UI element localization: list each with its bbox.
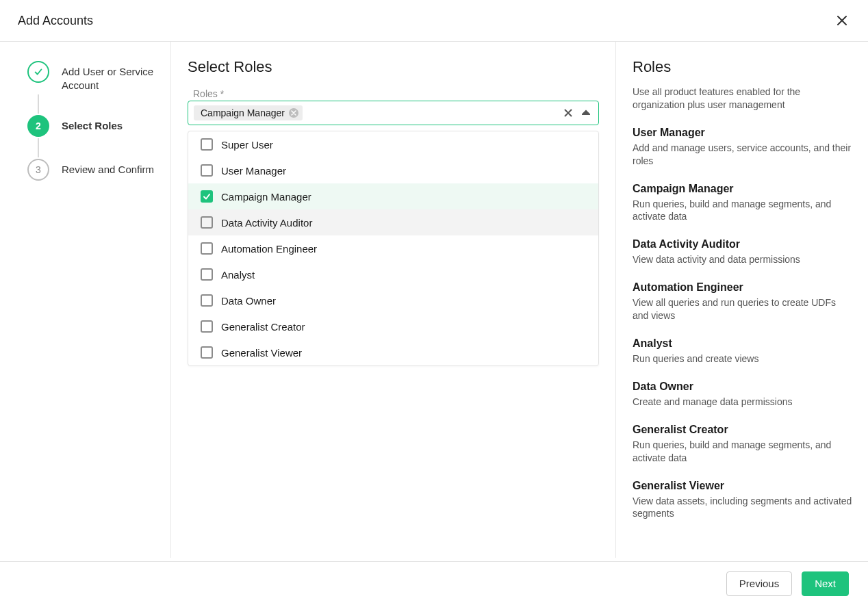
role-option-super-user[interactable]: Super User	[188, 131, 598, 157]
wizard-stepper: Add User or Service Account 2 Select Rol…	[0, 42, 171, 558]
role-option-user-manager[interactable]: User Manager	[188, 157, 598, 183]
svg-marker-0	[583, 111, 589, 114]
step-review: 3 Review and Confirm	[27, 159, 159, 181]
role-option-data-activity-auditor[interactable]: Data Activity Auditor	[188, 209, 598, 235]
role-info-data-owner: Data Owner Create and manage data permis…	[633, 381, 853, 409]
step-select-roles: 2 Select Roles	[27, 115, 159, 137]
role-option-analyst[interactable]: Analyst	[188, 261, 598, 287]
chip-label: Campaign Manager	[201, 107, 285, 118]
role-desc: Run queries, build and manage segments, …	[633, 198, 853, 224]
option-label: Automation Engineer	[221, 243, 317, 255]
info-title: Roles	[633, 58, 853, 76]
role-desc: View data activity and data permissions	[633, 253, 853, 266]
dialog-footer: Previous Next	[0, 561, 868, 605]
checkbox[interactable]	[201, 346, 213, 359]
role-name: Campaign Manager	[633, 183, 853, 195]
role-desc: View data assets, including segments and…	[633, 495, 853, 521]
check-icon	[34, 67, 43, 77]
role-option-data-owner[interactable]: Data Owner	[188, 287, 598, 313]
role-name: Generalist Creator	[633, 424, 853, 436]
role-info-analyst: Analyst Run queries and create views	[633, 337, 853, 365]
role-name: Automation Engineer	[633, 281, 853, 294]
role-name: Data Activity Auditor	[633, 238, 853, 250]
next-button[interactable]: Next	[802, 571, 849, 596]
step-connector	[38, 138, 39, 157]
step-add-user: Add User or Service Account	[27, 61, 159, 93]
role-info-super-user: Super User Use all product features enab…	[633, 88, 853, 112]
option-label: Campaign Manager	[221, 191, 311, 203]
option-label: Analyst	[221, 269, 255, 281]
role-name: Generalist Viewer	[633, 480, 853, 492]
close-button[interactable]	[834, 12, 850, 29]
roles-info-scroll[interactable]: Super User Use all product features enab…	[633, 88, 853, 558]
role-desc: Run queries, build and manage segments, …	[633, 439, 853, 465]
dialog-header: Add Accounts	[0, 0, 868, 42]
role-name: Data Owner	[633, 381, 853, 393]
role-option-campaign-manager[interactable]: Campaign Manager	[188, 183, 598, 209]
role-option-automation-engineer[interactable]: Automation Engineer	[188, 235, 598, 261]
role-info-data-activity-auditor: Data Activity Auditor View data activity…	[633, 238, 853, 266]
close-icon	[837, 16, 847, 25]
role-info-generalist-viewer: Generalist Viewer View data assets, incl…	[633, 480, 853, 521]
chip-remove-button[interactable]	[289, 108, 298, 118]
roles-multiselect[interactable]: Campaign Manager	[188, 101, 599, 125]
section-title: Select Roles	[188, 58, 599, 76]
role-info-automation-engineer: Automation Engineer View all queries and…	[633, 281, 853, 322]
role-info-generalist-creator: Generalist Creator Run queries, build an…	[633, 424, 853, 465]
role-desc: View all queries and run queries to crea…	[633, 296, 853, 322]
checkbox[interactable]	[201, 216, 213, 229]
checkbox[interactable]	[201, 138, 213, 151]
option-label: Super User	[221, 139, 273, 151]
step-label: Select Roles	[62, 115, 123, 133]
role-desc: Create and manage data permissions	[633, 396, 853, 409]
previous-button[interactable]: Previous	[726, 571, 792, 596]
roles-info-panel: Roles Super User Use all product feature…	[615, 42, 868, 558]
close-icon	[291, 110, 296, 116]
step-active-icon: 2	[27, 115, 49, 137]
checkbox[interactable]	[201, 268, 213, 281]
role-desc: Run queries and create views	[633, 352, 853, 365]
role-desc: Add and manage users, service accounts, …	[633, 142, 853, 168]
step-complete-icon	[27, 61, 49, 83]
option-label: Data Activity Auditor	[221, 217, 312, 229]
select-roles-panel: Select Roles Roles * Campaign Manager Su…	[171, 42, 615, 558]
roles-field-label: Roles *	[193, 88, 599, 99]
option-label: Generalist Creator	[221, 321, 305, 333]
roles-dropdown: Super User User Manager Campaign Manager…	[188, 131, 599, 366]
role-name: User Manager	[633, 127, 853, 139]
role-name: Analyst	[633, 337, 853, 350]
option-label: Data Owner	[221, 295, 276, 307]
role-option-generalist-creator[interactable]: Generalist Creator	[188, 313, 598, 339]
checkbox[interactable]	[201, 320, 213, 333]
option-label: User Manager	[221, 165, 286, 177]
role-desc: Use all product features enabled for the…	[633, 88, 853, 112]
role-info-campaign-manager: Campaign Manager Run queries, build and …	[633, 183, 853, 224]
role-option-generalist-viewer[interactable]: Generalist Viewer	[188, 339, 598, 365]
dialog-title: Add Accounts	[18, 14, 93, 28]
step-connector	[38, 94, 39, 114]
chevron-up-icon	[582, 109, 590, 117]
selected-role-chip: Campaign Manager	[194, 105, 303, 120]
checkbox[interactable]	[201, 164, 213, 177]
step-label: Add User or Service Account	[62, 61, 159, 93]
clear-all-button[interactable]	[561, 106, 575, 120]
step-pending-icon: 3	[27, 159, 49, 181]
role-info-user-manager: User Manager Add and manage users, servi…	[633, 127, 853, 168]
option-label: Generalist Viewer	[221, 347, 302, 359]
dropdown-toggle[interactable]	[579, 106, 593, 120]
step-label: Review and Confirm	[62, 159, 154, 177]
checkbox[interactable]	[201, 242, 213, 255]
checkbox[interactable]	[201, 294, 213, 307]
close-icon	[564, 109, 572, 117]
checkbox[interactable]	[201, 190, 213, 203]
